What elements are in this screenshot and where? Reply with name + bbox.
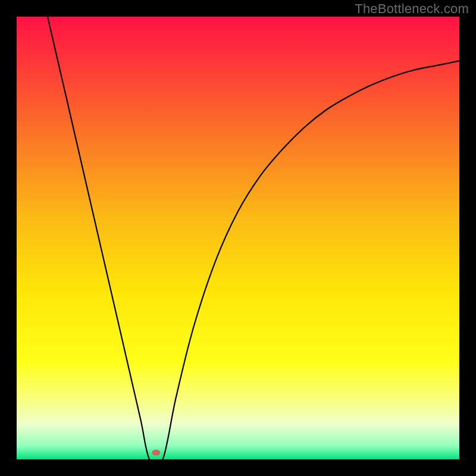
watermark-text: TheBottleneck.com: [355, 1, 469, 17]
plot-area: [17, 17, 459, 459]
gradient-background: [17, 17, 459, 459]
chart-frame: TheBottleneck.com: [0, 0, 476, 476]
plot-svg: [17, 17, 459, 459]
notch-marker: [152, 450, 160, 456]
